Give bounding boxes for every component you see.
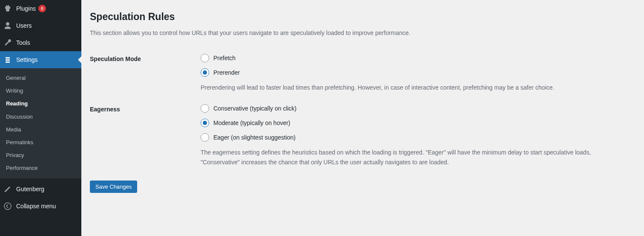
submenu-writing[interactable]: Writing bbox=[0, 84, 81, 97]
sidebar-label: Plugins bbox=[16, 5, 36, 12]
radio-label: Eager (on slightest suggestion) bbox=[213, 134, 296, 141]
label-eagerness: Eagerness bbox=[90, 104, 201, 113]
radio-label: Prerender bbox=[213, 69, 240, 76]
submenu-reading[interactable]: Reading bbox=[0, 97, 81, 110]
section-description: This section allows you to control how U… bbox=[90, 29, 635, 38]
section-title: Speculation Rules bbox=[90, 0, 635, 26]
radio-conservative[interactable] bbox=[201, 104, 209, 113]
settings-content: Speculation Rules This section allows yo… bbox=[81, 0, 644, 236]
gutenberg-icon bbox=[3, 185, 12, 193]
row-speculation-mode: Speculation Mode Prefetch Prerender Prer… bbox=[90, 48, 635, 98]
radio-label: Moderate (typically on hover) bbox=[213, 119, 290, 126]
radio-option-prefetch[interactable]: Prefetch bbox=[201, 54, 635, 62]
collapse-icon bbox=[3, 202, 12, 210]
sidebar-item-collapse[interactable]: Collapse menu bbox=[0, 198, 81, 215]
row-eagerness: Eagerness Conservative (typically on cli… bbox=[90, 98, 635, 173]
save-button[interactable]: Save Changes bbox=[90, 181, 137, 193]
radio-label: Conservative (typically on click) bbox=[213, 105, 296, 112]
submenu-privacy[interactable]: Privacy bbox=[0, 149, 81, 162]
label-speculation-mode: Speculation Mode bbox=[90, 54, 201, 62]
plugins-badge: 8 bbox=[38, 5, 46, 12]
radio-eager[interactable] bbox=[201, 133, 209, 142]
plugin-icon bbox=[3, 4, 12, 13]
radio-option-conservative[interactable]: Conservative (typically on click) bbox=[201, 104, 635, 113]
tools-icon bbox=[3, 38, 12, 47]
sidebar-label: Settings bbox=[16, 56, 38, 63]
radio-prefetch[interactable] bbox=[201, 54, 209, 62]
submenu-general[interactable]: General bbox=[0, 72, 81, 84]
settings-icon bbox=[3, 55, 12, 64]
radio-prerender[interactable] bbox=[201, 68, 209, 77]
submenu-permalinks[interactable]: Permalinks bbox=[0, 136, 81, 149]
sidebar-item-users[interactable]: Users bbox=[0, 17, 81, 34]
submenu-performance[interactable]: Performance bbox=[0, 162, 81, 175]
sidebar-item-gutenberg[interactable]: Gutenberg bbox=[0, 181, 81, 198]
svg-point-0 bbox=[4, 203, 11, 210]
radio-option-prerender[interactable]: Prerender bbox=[201, 68, 635, 77]
submenu-media[interactable]: Media bbox=[0, 123, 81, 136]
submenu-discussion[interactable]: Discussion bbox=[0, 111, 81, 123]
eagerness-description: The eagerness setting defines the heuris… bbox=[201, 148, 618, 167]
settings-form: Speculation Mode Prefetch Prerender Prer… bbox=[90, 48, 635, 173]
sidebar-item-plugins[interactable]: Plugins 8 bbox=[0, 0, 81, 17]
radio-option-eager[interactable]: Eager (on slightest suggestion) bbox=[201, 133, 635, 142]
sidebar-label: Collapse menu bbox=[16, 203, 56, 210]
sidebar-item-tools[interactable]: Tools bbox=[0, 34, 81, 51]
settings-submenu: General Writing Reading Discussion Media… bbox=[0, 68, 81, 178]
sidebar-item-settings[interactable]: Settings bbox=[0, 51, 81, 68]
sidebar-label: Users bbox=[16, 22, 32, 29]
radio-option-moderate[interactable]: Moderate (typically on hover) bbox=[201, 119, 635, 127]
sidebar-label: Tools bbox=[16, 39, 30, 46]
sidebar-label: Gutenberg bbox=[16, 186, 44, 192]
admin-sidebar: Plugins 8 Users Tools Settings General W… bbox=[0, 0, 81, 236]
radio-moderate[interactable] bbox=[201, 119, 209, 127]
mode-description: Prerendering will lead to faster load ti… bbox=[201, 83, 618, 92]
users-icon bbox=[3, 21, 12, 30]
radio-label: Prefetch bbox=[213, 55, 236, 61]
